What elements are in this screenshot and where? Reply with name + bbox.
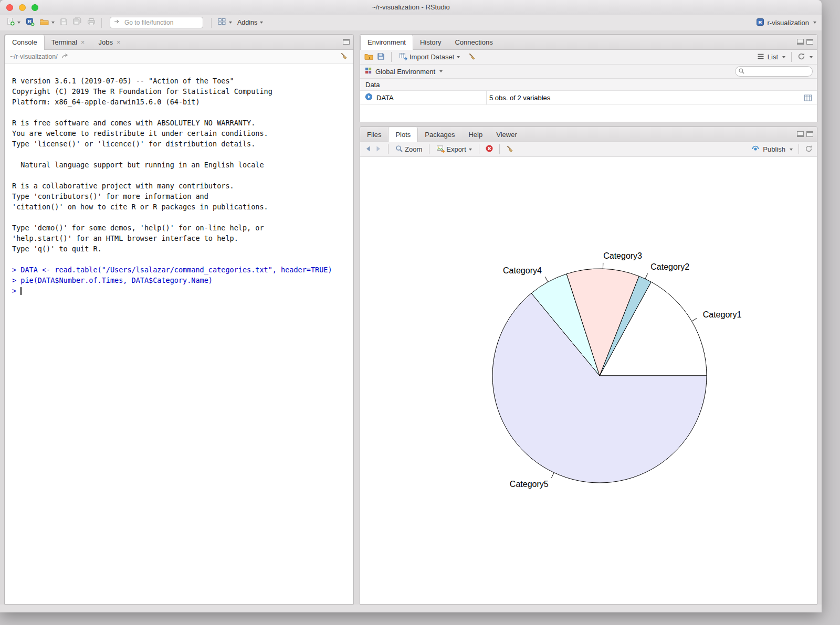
maximize-pane-icon[interactable] [806,130,813,139]
import-dataset-button[interactable]: Import Dataset [398,51,461,63]
maximize-pane-icon[interactable] [343,37,350,47]
pie-label-tick [645,273,648,279]
import-dataset-icon [399,52,408,62]
new-file-button[interactable] [4,16,23,29]
show-in-folder-icon[interactable] [61,53,69,61]
chevron-down-icon [457,56,460,58]
environment-object-row[interactable]: DATA5 obs. of 2 variables [360,91,817,105]
rstudio-window: ~/r-visualization - RStudio R [0,0,822,612]
print-button[interactable] [85,17,98,29]
view-data-button[interactable] [799,91,817,104]
pane-layout-button[interactable] [215,16,234,29]
tab-terminal[interactable]: Terminal× [45,35,92,49]
object-name: DATA [376,94,394,102]
refresh-plot-button[interactable] [805,145,813,154]
export-plot-button[interactable]: Export [435,144,473,155]
minimize-pane-icon[interactable] [797,37,804,47]
publish-label[interactable]: Publish [763,145,785,153]
goto-file-search[interactable] [110,17,203,28]
chevron-down-icon [17,22,20,24]
environment-scope-label[interactable]: Global Environment [375,68,435,76]
tab-label: Connections [455,38,492,46]
console-output-line [12,149,350,160]
chevron-down-icon [260,22,263,24]
tab-viewer[interactable]: Viewer [489,127,524,142]
project-menu-button[interactable]: R r-visualization [756,18,817,28]
toolbar-separator [479,144,479,154]
tab-label: Help [468,131,482,139]
new-file-icon [6,17,15,28]
tab-packages[interactable]: Packages [418,127,461,142]
zoom-label: Zoom [405,145,422,153]
close-tab-icon[interactable]: × [81,39,85,46]
toolbar-separator [211,18,212,28]
minimize-pane-icon[interactable] [797,130,804,139]
tab-label: Environment [368,38,406,46]
chevron-down-icon [439,70,443,72]
tab-connections[interactable]: Connections [448,35,499,49]
clear-environment-button[interactable] [468,52,476,62]
maximize-pane-icon[interactable] [806,37,813,47]
global-environment-icon [364,67,372,76]
save-icon [60,18,68,28]
addins-button[interactable]: Addins [235,18,265,27]
console-input-line: > [12,285,350,296]
plots-tabbar: FilesPlotsPackagesHelpViewer [360,127,817,142]
console-pane: ConsoleTerminal×Jobs× ~/r-visualization/… [4,34,354,605]
tab-environment[interactable]: Environment [360,35,413,50]
environment-search-input[interactable] [735,66,813,77]
previous-plot-button[interactable] [364,145,372,154]
list-view-label[interactable]: List [768,53,778,61]
environment-search [735,66,813,77]
save-button[interactable] [58,17,70,29]
export-label: Export [446,145,466,153]
clear-all-plots-button[interactable] [506,145,514,154]
environment-toolbar: Import Dataset List [360,50,817,65]
pane-grid-icon [217,17,226,28]
text-cursor [20,287,22,295]
zoom-plot-button[interactable]: Zoom [394,144,423,155]
console-output-line [12,212,350,223]
tab-console[interactable]: Console [5,35,45,50]
new-project-button[interactable]: R [24,16,37,29]
plots-pane: FilesPlotsPackagesHelpViewer Zoom [360,126,817,605]
tab-label: Plots [395,131,411,139]
clear-console-button[interactable] [340,52,348,61]
toolbar-separator [388,144,388,154]
goto-file-input[interactable] [123,18,207,27]
toolbar-separator [429,144,429,154]
tab-jobs[interactable]: Jobs× [91,35,127,49]
window-title: ~/r-visualization - RStudio [0,0,822,15]
console-output-line: Type 'license()' or 'licence()' for dist… [12,139,350,149]
expand-object-icon[interactable] [365,93,373,102]
tab-plots[interactable]: Plots [388,127,418,142]
refresh-environment-button[interactable] [797,52,805,62]
console-output[interactable]: R version 3.6.1 (2019-07-05) -- "Action … [5,64,353,604]
console-output-line: R is a collaborative project with many c… [12,181,350,191]
tab-files[interactable]: Files [360,127,388,142]
console-output-line [12,254,350,264]
close-tab-icon[interactable]: × [117,39,121,46]
working-directory-label: ~/r-visualization/ [10,53,58,60]
save-all-button[interactable] [71,16,84,29]
remove-plot-button[interactable] [485,144,494,154]
pie-chart: Category1Category2Category3Category4Cate… [360,157,817,605]
console-output-line: 'help.start()' for an HTML browser inter… [12,233,350,243]
open-file-button[interactable] [38,17,57,29]
next-plot-button[interactable] [375,145,382,154]
console-input-line: > DATA <- read.table("/Users/lsalazar/co… [12,264,350,275]
tab-history[interactable]: History [413,35,448,49]
tab-help[interactable]: Help [461,127,489,142]
environment-scope-row: Global Environment [360,65,817,79]
save-workspace-button[interactable] [377,52,385,62]
chevron-down-icon [813,22,816,24]
chevron-down-icon [782,56,785,58]
chevron-down-icon [229,22,232,24]
console-input-line: > pie(DATA$Number.of.Times, DATA$Categor… [12,275,350,285]
tab-label: Jobs [98,38,112,46]
pie-slice-label: Category2 [650,262,689,271]
object-summary: 5 obs. of 2 variables [489,94,550,102]
chevron-down-icon [51,22,55,24]
console-output-line: R version 3.6.1 (2019-07-05) -- "Action … [12,76,350,86]
load-workspace-button[interactable] [364,52,373,62]
